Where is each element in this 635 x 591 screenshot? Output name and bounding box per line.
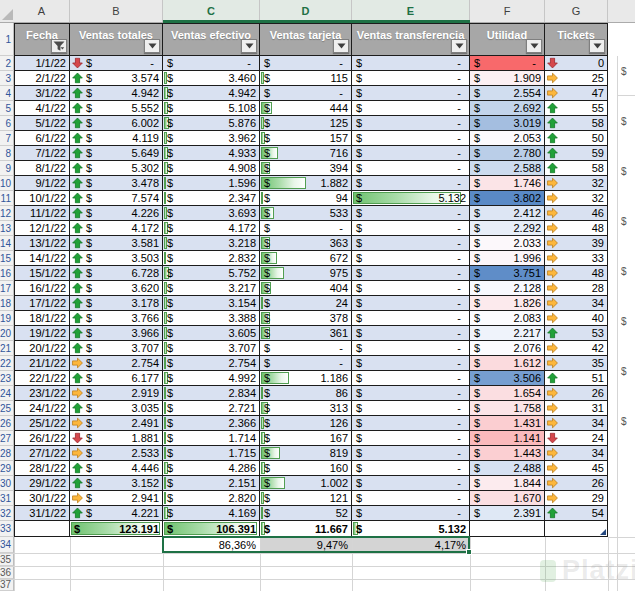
ventas-totales-cell[interactable]: $4.172 [70,221,163,236]
row-number-2[interactable]: 2 [0,56,14,71]
ventas-transferencia-cell[interactable]: $- [352,311,470,326]
tickets-cell[interactable]: 24 [545,431,608,446]
ventas-totales-cell[interactable]: $- [70,56,163,71]
tickets-cell[interactable]: 42 [545,341,608,356]
dropdown-button[interactable] [451,39,467,53]
ventas-transferencia-cell[interactable]: $- [352,281,470,296]
totals-tickets-empty-cell[interactable] [545,521,608,537]
ventas-transferencia-cell[interactable]: $- [352,116,470,131]
ventas-totales-cell[interactable]: $6.177 [70,371,163,386]
date-cell[interactable]: 27/1/22 [14,446,70,461]
ventas-tarjeta-cell[interactable]: $361 [260,326,352,341]
date-cell[interactable]: 24/1/22 [14,401,70,416]
totals-utilidad-empty-cell[interactable] [470,521,545,537]
ventas-transferencia-cell[interactable]: $5.132 [352,191,470,206]
date-cell[interactable]: 22/1/22 [14,371,70,386]
totals-empty-cell[interactable] [14,521,70,537]
tickets-cell[interactable]: 26 [545,386,608,401]
column-letter-c[interactable]: C [163,0,260,22]
utilidad-cell[interactable]: $2.780 [470,146,545,161]
utilidad-cell[interactable]: $2.053 [470,131,545,146]
total-ventas-transferencia-cell[interactable]: $5.132 [352,521,470,537]
ventas-tarjeta-cell[interactable]: $378 [260,311,352,326]
utilidad-cell[interactable]: $1.844 [470,476,545,491]
date-cell[interactable]: 30/1/22 [14,491,70,506]
ventas-tarjeta-cell[interactable]: $404 [260,281,352,296]
ventas-totales-cell[interactable]: $4.119 [70,131,163,146]
date-cell[interactable]: 3/1/22 [14,86,70,101]
ventas-tarjeta-cell[interactable]: $1.002 [260,476,352,491]
ventas-totales-cell[interactable]: $3.035 [70,401,163,416]
row-number-4[interactable]: 4 [0,86,14,101]
utilidad-cell[interactable]: $1.826 [470,296,545,311]
ventas-tarjeta-cell[interactable]: $125 [260,116,352,131]
ventas-totales-cell[interactable]: $3.178 [70,296,163,311]
row-number-35[interactable]: 35 [0,553,14,566]
dropdown-button[interactable] [144,39,160,53]
ventas-tarjeta-cell[interactable]: $- [260,56,352,71]
row-number-37[interactable]: 37 [0,579,14,591]
ventas-efectivo-cell[interactable]: $2.834 [163,386,260,401]
ventas-transferencia-cell[interactable]: $- [352,296,470,311]
ventas-efectivo-cell[interactable]: $2.832 [163,251,260,266]
tickets-cell[interactable]: 39 [545,236,608,251]
row-number-7[interactable]: 7 [0,131,14,146]
ventas-tarjeta-cell[interactable]: $126 [260,416,352,431]
row-number-20[interactable]: 20 [0,326,14,341]
date-cell[interactable]: 6/1/22 [14,131,70,146]
tickets-cell[interactable]: 25 [545,71,608,86]
ventas-efectivo-cell[interactable]: $4.172 [163,221,260,236]
utilidad-cell[interactable]: $1.443 [470,446,545,461]
ventas-totales-cell[interactable]: $1.881 [70,431,163,446]
ventas-transferencia-cell[interactable]: $- [352,476,470,491]
ventas-totales-cell[interactable]: $2.754 [70,356,163,371]
row-number-24[interactable]: 24 [0,386,14,401]
ventas-efectivo-cell[interactable]: $5.108 [163,101,260,116]
row-number-28[interactable]: 28 [0,446,14,461]
ventas-tarjeta-cell[interactable]: $533 [260,206,352,221]
date-cell[interactable]: 29/1/22 [14,476,70,491]
ventas-totales-cell[interactable]: $6.002 [70,116,163,131]
utilidad-cell[interactable]: $1.654 [470,386,545,401]
date-cell[interactable]: 1/1/22 [14,56,70,71]
ventas-tarjeta-cell[interactable]: $- [260,221,352,236]
ventas-efectivo-cell[interactable]: $2.721 [163,401,260,416]
row-number-30[interactable]: 30 [0,476,14,491]
column-letter-d[interactable]: D [260,0,352,22]
row-number-21[interactable]: 21 [0,341,14,356]
ventas-efectivo-cell[interactable]: $4.169 [163,506,260,521]
utilidad-cell[interactable]: $3.019 [470,116,545,131]
table-resize-handle[interactable] [600,529,606,535]
header-ventas-totales[interactable]: Ventas totales [70,23,163,56]
ventas-efectivo-cell[interactable]: $3.693 [163,206,260,221]
ventas-transferencia-cell[interactable]: $- [352,131,470,146]
utilidad-cell[interactable]: $2.488 [470,461,545,476]
date-cell[interactable]: 14/1/22 [14,251,70,266]
ventas-totales-cell[interactable]: $5.552 [70,101,163,116]
ventas-transferencia-cell[interactable]: $- [352,161,470,176]
row-number-10[interactable]: 10 [0,176,14,191]
ventas-tarjeta-cell[interactable]: $1.882 [260,176,352,191]
ventas-totales-cell[interactable]: $4.446 [70,461,163,476]
utilidad-cell[interactable]: $3.506 [470,371,545,386]
utilidad-cell[interactable]: $2.588 [470,161,545,176]
ventas-transferencia-cell[interactable]: $- [352,371,470,386]
ventas-transferencia-cell[interactable]: $- [352,146,470,161]
utilidad-cell[interactable]: $3.802 [470,191,545,206]
ventas-efectivo-cell[interactable]: $3.605 [163,326,260,341]
ventas-transferencia-cell[interactable]: $- [352,386,470,401]
tickets-cell[interactable]: 55 [545,101,608,116]
ventas-transferencia-cell[interactable]: $- [352,446,470,461]
date-cell[interactable]: 31/1/22 [14,506,70,521]
utilidad-cell[interactable]: $1.758 [470,401,545,416]
column-letter-b[interactable]: B [70,0,163,22]
row-number-13[interactable]: 13 [0,221,14,236]
utilidad-cell[interactable]: $1.909 [470,71,545,86]
row-number-18[interactable]: 18 [0,296,14,311]
ventas-tarjeta-cell[interactable]: $52 [260,506,352,521]
ventas-tarjeta-cell[interactable]: $167 [260,431,352,446]
date-cell[interactable]: 7/1/22 [14,146,70,161]
tickets-cell[interactable]: 46 [545,206,608,221]
ventas-efectivo-cell[interactable]: $3.460 [163,71,260,86]
tickets-cell[interactable]: 51 [545,371,608,386]
